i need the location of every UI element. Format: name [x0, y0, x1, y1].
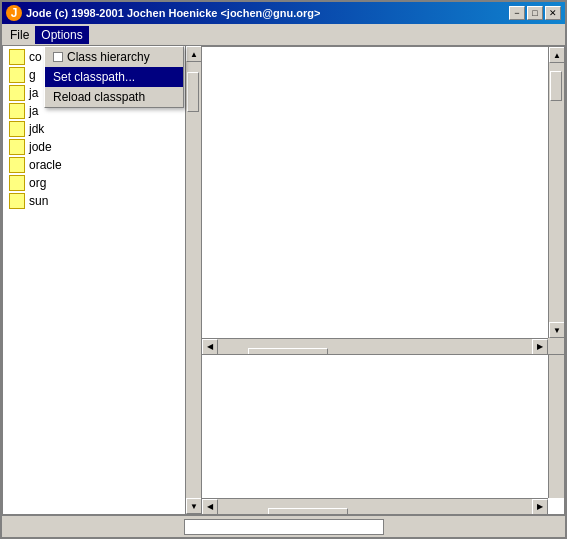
title-buttons: − □ ✕: [509, 6, 561, 20]
folder-icon: [9, 193, 25, 209]
reload-classpath-item[interactable]: Reload classpath: [45, 87, 183, 107]
tree-item[interactable]: oracle: [5, 156, 199, 174]
scroll-thumb-top-v[interactable]: [550, 71, 562, 101]
tree-item-label: ja: [29, 104, 38, 118]
main-window: J Jode (c) 1998-2001 Jochen Hoenicke <jo…: [0, 0, 567, 539]
menu-bar: File Options: [2, 24, 565, 46]
folder-icon: [9, 85, 25, 101]
scroll-left-top-button[interactable]: ◀: [202, 339, 218, 355]
left-panel: cogjajajdkjodeoracleorgsun ▲ ▼: [2, 46, 202, 515]
window-title: Jode (c) 1998-2001 Jochen Hoenicke <joch…: [26, 7, 320, 19]
scroll-up-top-button[interactable]: ▲: [549, 47, 565, 63]
tree-item-label: jode: [29, 140, 52, 154]
tree-item[interactable]: jode: [5, 138, 199, 156]
scroll-down-top-button[interactable]: ▼: [549, 322, 565, 338]
file-menu[interactable]: File: [4, 26, 35, 44]
tree-item-label: ja: [29, 86, 38, 100]
class-hierarchy-item[interactable]: Class hierarchy: [45, 47, 183, 67]
scroll-right-bottom-button[interactable]: ▶: [532, 499, 548, 515]
tree-item-label: sun: [29, 194, 48, 208]
scroll-track-top-v[interactable]: [549, 63, 564, 322]
right-bottom-scrollbar-v[interactable]: [548, 355, 564, 498]
left-scrollbar-v[interactable]: ▲ ▼: [185, 46, 201, 514]
status-bar: [2, 515, 565, 537]
app-icon: J: [6, 5, 22, 21]
right-top-scrollbar-h[interactable]: ◀ ▶: [202, 338, 548, 354]
class-hierarchy-label: Class hierarchy: [67, 50, 150, 64]
folder-icon: [9, 103, 25, 119]
scroll-left-bottom-button[interactable]: ◀: [202, 499, 218, 515]
minimize-button[interactable]: −: [509, 6, 525, 20]
scroll-down-button[interactable]: ▼: [186, 498, 202, 514]
status-field: [184, 519, 384, 535]
tree-item-label: g: [29, 68, 36, 82]
main-content: cogjajajdkjodeoracleorgsun ▲ ▼ ▲: [2, 46, 565, 515]
scroll-corner-top: [548, 338, 564, 354]
right-panel: ▲ ▼ ◀ ▶: [202, 46, 565, 515]
maximize-button[interactable]: □: [527, 6, 543, 20]
tree-item[interactable]: org: [5, 174, 199, 192]
title-bar-left: J Jode (c) 1998-2001 Jochen Hoenicke <jo…: [6, 5, 320, 21]
folder-icon: [9, 49, 25, 65]
folder-icon: [9, 175, 25, 191]
right-bottom-panel: ◀ ▶: [202, 355, 565, 515]
options-dropdown: Class hierarchy Set classpath... Reload …: [44, 46, 184, 108]
scroll-track-v[interactable]: [186, 62, 201, 498]
right-top-scrollbar-v[interactable]: ▲ ▼: [548, 47, 564, 338]
tree-item[interactable]: sun: [5, 192, 199, 210]
right-top-panel: ▲ ▼ ◀ ▶: [202, 46, 565, 355]
scroll-up-button[interactable]: ▲: [186, 46, 202, 62]
folder-icon: [9, 121, 25, 137]
class-hierarchy-checkbox[interactable]: [53, 52, 63, 62]
options-menu[interactable]: Options: [35, 26, 88, 44]
tree-item-label: org: [29, 176, 46, 190]
scroll-thumb-v[interactable]: [187, 72, 199, 112]
tree-item-label: co: [29, 50, 42, 64]
folder-icon: [9, 139, 25, 155]
set-classpath-item[interactable]: Set classpath...: [45, 67, 183, 87]
title-bar: J Jode (c) 1998-2001 Jochen Hoenicke <jo…: [2, 2, 565, 24]
scroll-thumb-bottom-h[interactable]: [268, 508, 348, 516]
folder-icon: [9, 157, 25, 173]
scroll-thumb-top-h[interactable]: [248, 348, 328, 356]
scroll-right-top-button[interactable]: ▶: [532, 339, 548, 355]
right-bottom-scrollbar-h[interactable]: ◀ ▶: [202, 498, 548, 514]
tree-item-label: oracle: [29, 158, 62, 172]
tree-item[interactable]: jdk: [5, 120, 199, 138]
tree-item-label: jdk: [29, 122, 44, 136]
folder-icon: [9, 67, 25, 83]
close-button[interactable]: ✕: [545, 6, 561, 20]
